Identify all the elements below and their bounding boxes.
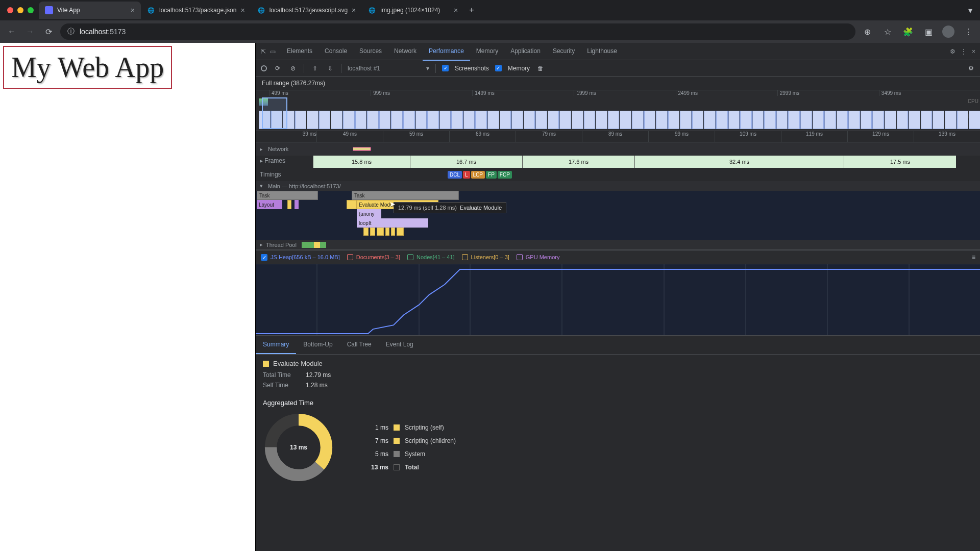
- download-icon[interactable]: ⇩: [326, 65, 335, 72]
- devtools-tab-elements[interactable]: Elements: [281, 42, 318, 61]
- detail-tab-bottom-up[interactable]: Bottom-Up: [296, 336, 339, 354]
- timing-badge-l[interactable]: L: [463, 171, 470, 179]
- side-panel-icon[interactable]: ▣: [922, 27, 935, 37]
- forward-button: →: [23, 27, 37, 36]
- record-button[interactable]: [261, 65, 267, 71]
- script-bar[interactable]: [363, 228, 369, 236]
- memory-checkbox[interactable]: ✓: [495, 65, 502, 71]
- layout-bar[interactable]: [295, 200, 299, 209]
- network-track-header[interactable]: ▸ Network: [256, 142, 980, 156]
- site-info-icon[interactable]: ⓘ: [67, 27, 75, 36]
- task-bar[interactable]: Task: [257, 191, 318, 200]
- disclosure-triangle-icon[interactable]: ▸: [260, 146, 265, 153]
- detail-tab-call-tree[interactable]: Call Tree: [340, 336, 379, 354]
- script-bar[interactable]: [385, 228, 389, 236]
- settings-gear-icon[interactable]: ⚙: [966, 65, 975, 72]
- script-bar[interactable]: [377, 228, 384, 236]
- browser-tab[interactable]: 🌐 localhost:5173/package.json ×: [141, 2, 251, 19]
- timing-badge-fp[interactable]: FP: [486, 171, 497, 179]
- inspect-element-icon[interactable]: ⇱: [261, 48, 266, 55]
- mem-legend-gpu[interactable]: GPU Memory: [517, 254, 560, 260]
- overview-frame: [427, 111, 439, 129]
- screenshots-checkbox[interactable]: ✓: [442, 65, 449, 71]
- frame-block[interactable]: 32.4 ms: [634, 156, 844, 168]
- timing-badge-dcl[interactable]: DCL: [448, 171, 462, 179]
- mem-legend-listeners[interactable]: Listeners[0 – 3]: [462, 254, 509, 260]
- browser-tab[interactable]: 🌐 img.jpeg (1024×1024) ×: [362, 2, 464, 19]
- thread-pool-header[interactable]: ▸ Thread Pool: [256, 240, 980, 249]
- frame-block[interactable]: 17.6 ms: [522, 156, 634, 168]
- frame-block[interactable]: 16.7 ms: [410, 156, 522, 168]
- close-devtools-icon[interactable]: ×: [972, 48, 975, 55]
- device-toolbar-icon[interactable]: ▭: [270, 48, 276, 55]
- script-bar[interactable]: [287, 200, 291, 209]
- mem-legend-documents[interactable]: Documents[3 – 3]: [347, 254, 400, 260]
- mem-legend-nodes[interactable]: Nodes[41 – 41]: [407, 254, 455, 260]
- anonymous-bar[interactable]: (anony: [357, 209, 381, 218]
- loopit-bar[interactable]: loopIt: [357, 218, 428, 228]
- overview-frame: [740, 111, 752, 129]
- target-select[interactable]: localhost #1 ▾: [348, 65, 429, 72]
- disclosure-triangle-icon[interactable]: ▾: [260, 183, 265, 189]
- ruler-tick: 129 ms: [848, 131, 914, 142]
- devtools-tab-console[interactable]: Console: [318, 42, 353, 61]
- extensions-icon[interactable]: 🧩: [901, 27, 915, 37]
- settings-gear-icon[interactable]: ⚙: [950, 48, 955, 55]
- devtools-tab-network[interactable]: Network: [388, 42, 423, 61]
- upload-icon[interactable]: ⇧: [310, 65, 320, 72]
- gc-icon[interactable]: 🗑: [536, 65, 545, 72]
- browser-tab[interactable]: 🌐 localhost:5173/javascript.svg ×: [251, 2, 362, 19]
- disclosure-triangle-icon[interactable]: ▸: [260, 157, 263, 164]
- minimize-window-button[interactable]: [17, 7, 23, 13]
- close-tab-icon[interactable]: ×: [352, 6, 356, 14]
- overview-selection[interactable]: [262, 97, 287, 129]
- bookmark-icon[interactable]: ☆: [881, 27, 894, 37]
- new-tab-button[interactable]: +: [464, 6, 479, 15]
- zoom-icon[interactable]: ⊕: [861, 27, 874, 37]
- reload-record-icon[interactable]: ⟳: [273, 65, 282, 72]
- overview-timeline[interactable]: 499 ms999 ms1499 ms1999 ms2499 ms2999 ms…: [256, 90, 980, 131]
- kebab-menu-icon[interactable]: ⋮: [962, 27, 975, 37]
- devtools-tab-application[interactable]: Application: [504, 42, 547, 61]
- devtools-tab-lighthouse[interactable]: Lighthouse: [581, 42, 623, 61]
- hamburger-icon[interactable]: ≡: [972, 254, 975, 261]
- overview-frame: [644, 111, 656, 129]
- devtools-tab-security[interactable]: Security: [547, 42, 581, 61]
- layout-bar[interactable]: Layout: [257, 200, 282, 209]
- close-tab-icon[interactable]: ×: [240, 6, 244, 14]
- profile-avatar[interactable]: [942, 26, 954, 38]
- close-tab-icon[interactable]: ×: [131, 6, 135, 14]
- maximize-window-button[interactable]: [28, 7, 34, 13]
- clear-icon[interactable]: ⊘: [288, 65, 298, 72]
- chevron-down-icon[interactable]: ▾: [964, 6, 977, 15]
- close-window-button[interactable]: [7, 7, 13, 13]
- memory-chart[interactable]: [256, 264, 980, 336]
- devtools-tab-sources[interactable]: Sources: [353, 42, 388, 61]
- script-bar[interactable]: [391, 228, 395, 236]
- frame-block[interactable]: 17.5 ms: [844, 156, 956, 168]
- reload-button[interactable]: ⟳: [42, 27, 55, 37]
- main-flamechart[interactable]: Task Task Layout Evaluate Module (an: [256, 191, 980, 240]
- script-bar[interactable]: [397, 228, 404, 236]
- disclosure-triangle-icon[interactable]: ▸: [260, 241, 263, 248]
- devtools-tab-performance[interactable]: Performance: [423, 42, 470, 61]
- main-track-header[interactable]: ▾ Main — http://localhost:5173/: [256, 181, 980, 191]
- overview-tick: 999 ms: [371, 90, 472, 96]
- timing-badge-lcp[interactable]: LCP: [471, 171, 485, 179]
- script-bar[interactable]: [370, 228, 375, 236]
- network-request-bar[interactable]: [353, 147, 371, 151]
- devtools-tab-memory[interactable]: Memory: [470, 42, 504, 61]
- back-button[interactable]: ←: [5, 27, 18, 36]
- detail-tab-event-log[interactable]: Event Log: [379, 336, 421, 354]
- browser-tab-active[interactable]: Vite App ×: [39, 2, 141, 19]
- task-bar[interactable]: Task: [352, 191, 459, 200]
- script-bar[interactable]: [347, 200, 357, 209]
- overview-frame: [921, 111, 933, 129]
- detail-tab-summary[interactable]: Summary: [256, 336, 296, 354]
- close-tab-icon[interactable]: ×: [454, 6, 458, 14]
- mem-legend-jsheap[interactable]: ✓ JS Heap[656 kB – 16.0 MB]: [261, 254, 340, 261]
- url-bar[interactable]: ⓘ localhost:5173: [60, 23, 855, 40]
- kebab-icon[interactable]: ⋮: [961, 48, 967, 55]
- frame-block[interactable]: 15.8 ms: [313, 156, 410, 168]
- timing-badge-fcp[interactable]: FCP: [498, 171, 512, 179]
